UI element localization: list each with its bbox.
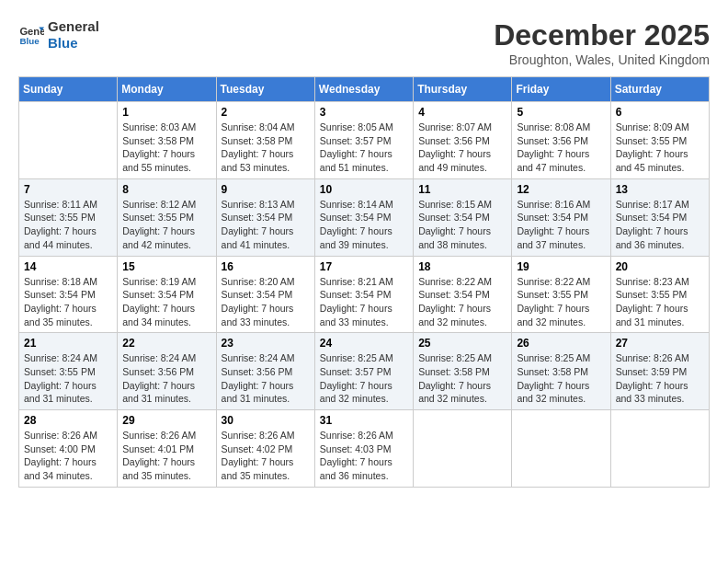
day-number: 2 [222, 106, 310, 119]
day-number: 13 [616, 183, 704, 196]
title-block: December 2025 Broughton, Wales, United K… [494, 18, 710, 67]
day-info: Sunrise: 8:15 AM Sunset: 3:54 PM Dayligh… [418, 198, 506, 252]
calendar-cell: 29Sunrise: 8:26 AM Sunset: 4:01 PM Dayli… [118, 410, 216, 488]
week-row-4: 21Sunrise: 8:24 AM Sunset: 3:55 PM Dayli… [19, 333, 710, 410]
calendar-cell: 11Sunrise: 8:15 AM Sunset: 3:54 PM Dayli… [414, 178, 512, 256]
day-number: 28 [24, 414, 112, 427]
header-day-wednesday: Wednesday [314, 77, 413, 102]
day-number: 6 [616, 106, 704, 119]
calendar-cell [19, 102, 118, 179]
week-row-1: 1Sunrise: 8:03 AM Sunset: 3:58 PM Daylig… [19, 102, 710, 179]
day-number: 10 [320, 183, 408, 196]
calendar-cell: 28Sunrise: 8:26 AM Sunset: 4:00 PM Dayli… [19, 410, 118, 488]
calendar-cell: 30Sunrise: 8:26 AM Sunset: 4:02 PM Dayli… [216, 410, 314, 488]
day-info: Sunrise: 8:26 AM Sunset: 4:00 PM Dayligh… [24, 429, 112, 483]
day-info: Sunrise: 8:23 AM Sunset: 3:55 PM Dayligh… [616, 275, 704, 329]
location-subtitle: Broughton, Wales, United Kingdom [494, 52, 710, 67]
day-info: Sunrise: 8:16 AM Sunset: 3:54 PM Dayligh… [517, 198, 605, 252]
day-info: Sunrise: 8:24 AM Sunset: 3:56 PM Dayligh… [222, 351, 310, 406]
day-number: 11 [418, 183, 506, 196]
calendar-cell: 26Sunrise: 8:25 AM Sunset: 3:58 PM Dayli… [512, 333, 610, 410]
day-number: 20 [616, 260, 704, 273]
day-number: 26 [517, 337, 605, 350]
day-info: Sunrise: 8:26 AM Sunset: 4:02 PM Dayligh… [222, 429, 310, 483]
header-day-sunday: Sunday [19, 77, 118, 102]
calendar-cell: 16Sunrise: 8:20 AM Sunset: 3:54 PM Dayli… [216, 256, 314, 333]
calendar-table: SundayMondayTuesdayWednesdayThursdayFrid… [18, 76, 710, 488]
calendar-cell: 3Sunrise: 8:05 AM Sunset: 3:57 PM Daylig… [314, 102, 413, 179]
calendar-cell [610, 410, 709, 488]
day-info: Sunrise: 8:14 AM Sunset: 3:54 PM Dayligh… [320, 198, 408, 252]
calendar-cell: 20Sunrise: 8:23 AM Sunset: 3:55 PM Dayli… [610, 256, 709, 333]
day-number: 30 [222, 414, 310, 427]
day-number: 24 [320, 337, 408, 350]
day-info: Sunrise: 8:26 AM Sunset: 4:01 PM Dayligh… [122, 429, 210, 483]
calendar-cell: 19Sunrise: 8:22 AM Sunset: 3:55 PM Dayli… [512, 256, 610, 333]
day-number: 5 [517, 106, 605, 119]
calendar-cell: 8Sunrise: 8:12 AM Sunset: 3:55 PM Daylig… [118, 178, 216, 256]
day-info: Sunrise: 8:22 AM Sunset: 3:54 PM Dayligh… [418, 275, 506, 329]
day-number: 8 [122, 183, 210, 196]
day-info: Sunrise: 8:08 AM Sunset: 3:56 PM Dayligh… [517, 121, 605, 175]
day-info: Sunrise: 8:09 AM Sunset: 3:55 PM Dayligh… [616, 121, 704, 175]
day-number: 14 [24, 260, 112, 273]
calendar-cell: 5Sunrise: 8:08 AM Sunset: 3:56 PM Daylig… [512, 102, 610, 179]
day-info: Sunrise: 8:12 AM Sunset: 3:55 PM Dayligh… [122, 198, 210, 252]
day-info: Sunrise: 8:22 AM Sunset: 3:55 PM Dayligh… [517, 275, 605, 329]
calendar-cell: 4Sunrise: 8:07 AM Sunset: 3:56 PM Daylig… [414, 102, 512, 179]
day-info: Sunrise: 8:11 AM Sunset: 3:55 PM Dayligh… [24, 198, 112, 252]
day-info: Sunrise: 8:05 AM Sunset: 3:57 PM Dayligh… [320, 121, 408, 175]
day-number: 27 [616, 337, 704, 350]
calendar-cell: 10Sunrise: 8:14 AM Sunset: 3:54 PM Dayli… [314, 178, 413, 256]
month-title: December 2025 [494, 18, 710, 52]
calendar-header-row: SundayMondayTuesdayWednesdayThursdayFrid… [19, 77, 710, 102]
day-number: 1 [122, 106, 210, 119]
day-number: 22 [122, 337, 210, 350]
header-day-thursday: Thursday [414, 77, 512, 102]
calendar-cell: 21Sunrise: 8:24 AM Sunset: 3:55 PM Dayli… [19, 333, 118, 410]
calendar-cell: 18Sunrise: 8:22 AM Sunset: 3:54 PM Dayli… [414, 256, 512, 333]
day-info: Sunrise: 8:26 AM Sunset: 3:59 PM Dayligh… [616, 351, 704, 406]
calendar-cell [512, 410, 610, 488]
day-info: Sunrise: 8:20 AM Sunset: 3:54 PM Dayligh… [222, 275, 310, 329]
calendar-cell: 13Sunrise: 8:17 AM Sunset: 3:54 PM Dayli… [610, 178, 709, 256]
calendar-cell: 22Sunrise: 8:24 AM Sunset: 3:56 PM Dayli… [118, 333, 216, 410]
day-number: 19 [517, 260, 605, 273]
day-number: 15 [122, 260, 210, 273]
day-info: Sunrise: 8:25 AM Sunset: 3:58 PM Dayligh… [418, 351, 506, 406]
day-info: Sunrise: 8:03 AM Sunset: 3:58 PM Dayligh… [122, 121, 210, 175]
day-number: 23 [222, 337, 310, 350]
day-info: Sunrise: 8:13 AM Sunset: 3:54 PM Dayligh… [222, 198, 310, 252]
calendar-cell: 12Sunrise: 8:16 AM Sunset: 3:54 PM Dayli… [512, 178, 610, 256]
calendar-cell: 31Sunrise: 8:26 AM Sunset: 4:03 PM Dayli… [314, 410, 413, 488]
day-info: Sunrise: 8:25 AM Sunset: 3:58 PM Dayligh… [517, 351, 605, 406]
day-number: 21 [24, 337, 112, 350]
day-number: 16 [222, 260, 310, 273]
day-number: 12 [517, 183, 605, 196]
header-day-saturday: Saturday [610, 77, 709, 102]
logo: General Blue General Blue [18, 18, 99, 52]
week-row-2: 7Sunrise: 8:11 AM Sunset: 3:55 PM Daylig… [19, 178, 710, 256]
calendar-cell: 1Sunrise: 8:03 AM Sunset: 3:58 PM Daylig… [118, 102, 216, 179]
calendar-cell: 24Sunrise: 8:25 AM Sunset: 3:57 PM Dayli… [314, 333, 413, 410]
week-row-5: 28Sunrise: 8:26 AM Sunset: 4:00 PM Dayli… [19, 410, 710, 488]
day-info: Sunrise: 8:19 AM Sunset: 3:54 PM Dayligh… [122, 275, 210, 329]
calendar-cell: 6Sunrise: 8:09 AM Sunset: 3:55 PM Daylig… [610, 102, 709, 179]
calendar-cell: 14Sunrise: 8:18 AM Sunset: 3:54 PM Dayli… [19, 256, 118, 333]
day-info: Sunrise: 8:18 AM Sunset: 3:54 PM Dayligh… [24, 275, 112, 329]
header-day-friday: Friday [512, 77, 610, 102]
logo-general: General [48, 18, 99, 35]
calendar-cell: 17Sunrise: 8:21 AM Sunset: 3:54 PM Dayli… [314, 256, 413, 333]
calendar-cell: 2Sunrise: 8:04 AM Sunset: 3:58 PM Daylig… [216, 102, 314, 179]
day-info: Sunrise: 8:25 AM Sunset: 3:57 PM Dayligh… [320, 351, 408, 406]
day-number: 18 [418, 260, 506, 273]
header-day-tuesday: Tuesday [216, 77, 314, 102]
calendar-body: 1Sunrise: 8:03 AM Sunset: 3:58 PM Daylig… [19, 102, 710, 488]
svg-text:Blue: Blue [19, 36, 40, 46]
calendar-cell: 7Sunrise: 8:11 AM Sunset: 3:55 PM Daylig… [19, 178, 118, 256]
day-number: 3 [320, 106, 408, 119]
day-number: 25 [418, 337, 506, 350]
day-number: 29 [122, 414, 210, 427]
logo-icon: General Blue [18, 22, 44, 48]
day-number: 17 [320, 260, 408, 273]
